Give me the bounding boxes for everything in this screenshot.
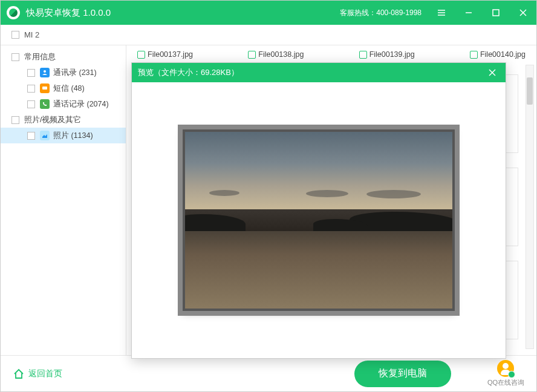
recover-button[interactable]: 恢复到电脑 — [354, 361, 451, 387]
sidebar-group-media[interactable]: 照片/视频及其它 — [1, 112, 126, 128]
item-label: 短信 (48) — [53, 83, 85, 94]
group-checkbox[interactable] — [11, 116, 19, 124]
bottombar: 返回首页 恢复到电脑 QQ在线咨询 — [1, 355, 536, 391]
back-home-label: 返回首页 — [28, 368, 62, 379]
back-home-button[interactable]: 返回首页 — [13, 368, 62, 380]
item-label: 照片 (1134) — [53, 131, 93, 141]
preview-frame — [183, 129, 455, 311]
svg-rect-8 — [42, 87, 47, 90]
svg-point-7 — [44, 70, 46, 73]
app-title: 快易安卓恢复 1.0.0.0 — [26, 7, 340, 19]
qq-support-button[interactable]: QQ在线咨询 — [487, 360, 524, 387]
file-item[interactable]: File00139.jpg — [359, 50, 415, 59]
svg-rect-4 — [493, 10, 499, 16]
file-item[interactable]: File00140.jpg — [470, 50, 526, 59]
item-label: 通讯录 (231) — [53, 68, 97, 78]
file-checkbox[interactable] — [248, 51, 256, 59]
preview-body — [132, 82, 506, 358]
app-logo — [7, 6, 20, 19]
content-area: File00137.jpg File00138.jpg File00139.jp… — [126, 45, 536, 355]
item-checkbox[interactable] — [27, 69, 35, 77]
qq-icon — [497, 360, 514, 377]
minimize-button[interactable] — [455, 1, 482, 25]
file-name: File00140.jpg — [480, 50, 526, 59]
sms-icon — [40, 83, 50, 93]
close-button[interactable] — [509, 1, 536, 25]
file-name: File00138.jpg — [258, 50, 304, 59]
file-name: File00137.jpg — [148, 50, 193, 59]
file-checkbox[interactable] — [470, 51, 478, 59]
sidebar-item-sms[interactable]: 短信 (48) — [1, 80, 126, 96]
item-checkbox[interactable] — [27, 132, 35, 140]
sidebar-item-calllog[interactable]: 通话记录 (2074) — [1, 96, 126, 112]
scrollbar[interactable] — [526, 65, 534, 349]
photo-icon — [40, 131, 50, 140]
file-name: File00139.jpg — [369, 50, 415, 59]
file-checkbox[interactable] — [137, 51, 145, 59]
menu-button[interactable] — [428, 1, 455, 25]
preview-header[interactable]: 预览（文件大小：69.28KB） — [132, 63, 506, 82]
sidebar: 常用信息 通讯录 (231) 短信 (48) 通话记录 (2074) 照片/视频… — [1, 45, 126, 355]
group-checkbox[interactable] — [11, 53, 19, 61]
device-label: MI 2 — [24, 30, 39, 39]
file-checkbox[interactable] — [359, 51, 367, 59]
item-label: 通话记录 (2074) — [53, 99, 109, 109]
file-item[interactable]: File00137.jpg — [137, 50, 193, 59]
preview-title: 预览（文件大小：69.28KB） — [138, 67, 239, 78]
preview-modal: 预览（文件大小：69.28KB） — [131, 62, 506, 359]
qq-label: QQ在线咨询 — [487, 378, 524, 387]
calllog-icon — [40, 99, 50, 109]
device-checkbox[interactable] — [11, 31, 19, 39]
sidebar-item-contacts[interactable]: 通讯录 (231) — [1, 65, 126, 80]
hotline-label: 客服热线：400-089-1998 — [340, 8, 421, 18]
preview-close-button[interactable] — [485, 65, 500, 80]
contacts-icon — [40, 68, 50, 77]
sidebar-group-common[interactable]: 常用信息 — [1, 49, 126, 65]
scrollbar-thumb[interactable] — [527, 77, 533, 105]
preview-image — [185, 132, 452, 309]
file-header-row: File00137.jpg File00138.jpg File00139.jp… — [137, 50, 526, 59]
file-item[interactable]: File00138.jpg — [248, 50, 304, 59]
maximize-button[interactable] — [482, 1, 509, 25]
titlebar: 快易安卓恢复 1.0.0.0 客服热线：400-089-1998 — [1, 1, 536, 25]
group-label: 常用信息 — [24, 52, 56, 62]
item-checkbox[interactable] — [27, 100, 35, 108]
group-label: 照片/视频及其它 — [24, 115, 81, 125]
home-icon — [13, 368, 25, 380]
item-checkbox[interactable] — [27, 85, 35, 93]
sidebar-item-photo[interactable]: 照片 (1134) — [1, 128, 126, 143]
device-toolbar: MI 2 — [1, 25, 536, 45]
